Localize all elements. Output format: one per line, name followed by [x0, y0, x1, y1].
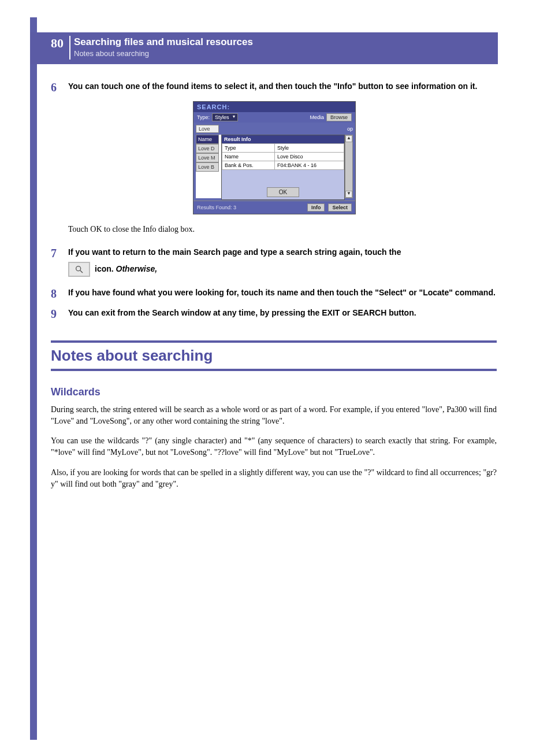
type-dropdown[interactable]: Styles — [212, 113, 238, 121]
media-label: Media — [310, 114, 324, 120]
rule-bottom — [51, 369, 497, 371]
step-7: 7 If you want to return to the main Sear… — [51, 247, 497, 277]
browse-button[interactable]: Browse — [326, 113, 352, 121]
step-number: 7 — [51, 247, 68, 277]
search-icon — [68, 262, 90, 277]
select-button[interactable]: Select — [328, 203, 352, 212]
result-item[interactable]: Love M — [196, 153, 219, 162]
page: 80 Searching files and musical resources… — [0, 0, 551, 756]
step-text: You can touch one of the found items to … — [68, 81, 497, 94]
paragraph: Also, if you are looking for words that … — [51, 467, 497, 491]
table-row: Bank & Pos.F04:BANK 4 - 16 — [222, 161, 344, 170]
step-8: 8 If you have found what you were lookin… — [51, 287, 497, 301]
search-dialog: SEARCH: Type: Styles Media Browse Love o… — [193, 101, 356, 214]
chapter-subtitle: Notes about searching — [74, 49, 149, 58]
rule-top — [51, 340, 497, 343]
step-6: 6 You can touch one of the found items t… — [51, 81, 497, 94]
svg-point-0 — [76, 266, 81, 270]
left-margin-bar — [30, 17, 37, 740]
page-number: 80 — [51, 36, 64, 51]
info-table: TypeStyle NameLove Disco Bank & Pos.F04:… — [222, 143, 344, 170]
results-found-label: Results Found: 3 — [197, 205, 307, 210]
results-left-column: Name Love D Love M Love B — [196, 135, 219, 172]
result-item[interactable]: Love D — [196, 144, 219, 153]
step-text: If you have found what you were looking … — [68, 287, 497, 301]
type-label: Type: — [197, 114, 210, 120]
step-number: 8 — [51, 287, 68, 301]
step-text: If you want to return to the main Search… — [68, 247, 497, 277]
content-area: 6 You can touch one of the found items t… — [51, 81, 497, 498]
step-6-caption: Touch OK to close the Info dialog box. — [68, 225, 497, 234]
embedded-screenshot: SEARCH: Type: Styles Media Browse Love o… — [193, 101, 355, 214]
chapter-title: Searching files and musical resources — [74, 36, 253, 48]
sub-heading: Wildcards — [51, 386, 497, 398]
results-panel: Name Love D Love M Love B Result Info Ty… — [196, 135, 353, 198]
type-row: Type: Styles Media Browse — [193, 112, 355, 123]
step-number: 9 — [51, 307, 68, 321]
result-item[interactable]: Love B — [196, 162, 219, 172]
step-number: 6 — [51, 81, 68, 94]
scroll-up-icon[interactable]: ▲ — [345, 135, 352, 142]
dialog-title: SEARCH: — [193, 102, 355, 112]
result-info-title: Result Info — [222, 135, 344, 143]
result-info-dialog: Result Info TypeStyle NameLove Disco Ban… — [221, 135, 345, 200]
header-divider — [69, 36, 70, 60]
dialog-footer: Results Found: 3 Info Select — [193, 201, 355, 214]
paragraph: During search, the string entered will b… — [51, 404, 497, 428]
step-9: 9 You can exit from the Search window at… — [51, 307, 497, 321]
ok-button[interactable]: OK — [267, 187, 299, 197]
step-text: You can exit from the Search window at a… — [68, 307, 497, 321]
section-heading: Notes about searching — [51, 343, 497, 368]
table-row: TypeStyle — [222, 144, 344, 153]
search-input[interactable]: Love — [196, 125, 219, 133]
paragraph: You can use the wildcards "?" (any singl… — [51, 435, 497, 459]
op-label: op — [347, 126, 353, 132]
name-column-header[interactable]: Name — [196, 135, 219, 144]
scrollbar[interactable]: ▲ ▼ — [345, 135, 353, 198]
info-button[interactable]: Info — [307, 203, 325, 212]
scroll-down-icon[interactable]: ▼ — [345, 191, 352, 198]
section-heading-block: Notes about searching — [51, 340, 497, 371]
table-row: NameLove Disco — [222, 153, 344, 161]
search-body: Love op Name Love D Love M Love B Result… — [193, 123, 355, 201]
svg-line-1 — [80, 270, 83, 273]
